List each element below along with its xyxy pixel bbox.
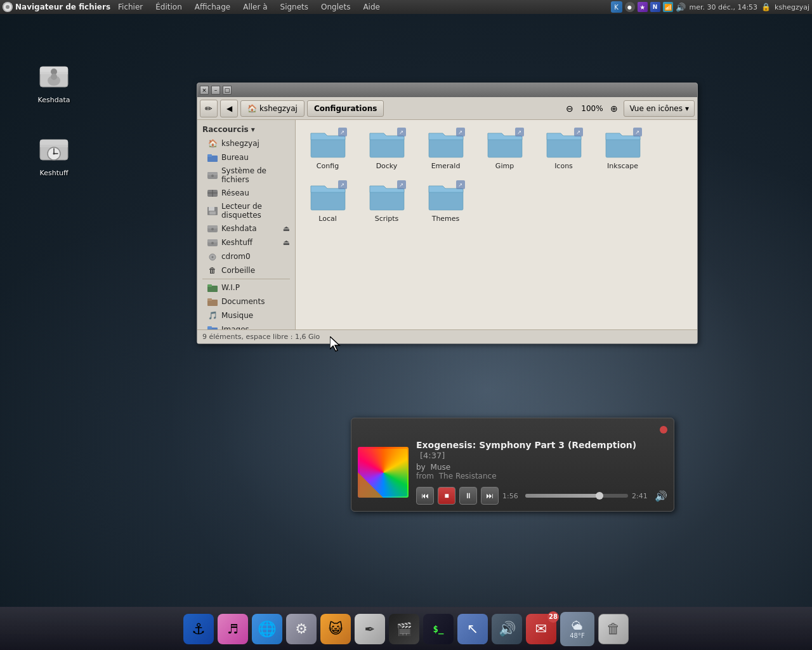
player-titlebar bbox=[358, 425, 667, 435]
volume-icon[interactable]: 🔊 bbox=[655, 490, 667, 502]
dock-item-trash[interactable]: 🗑 bbox=[598, 614, 629, 644]
progress-thumb[interactable] bbox=[596, 492, 603, 500]
dock-item-anchor[interactable]: ⚓ bbox=[183, 614, 214, 644]
menu-aller-a[interactable]: Aller à bbox=[240, 1, 270, 13]
zoom-controls: ⊖ 100% ⊕ bbox=[563, 102, 621, 116]
tray-icon-volume[interactable]: 🔊 bbox=[676, 2, 686, 12]
svg-point-14 bbox=[53, 153, 55, 155]
sidebar-section-label: Raccourcis ▾ bbox=[202, 125, 255, 134]
file-item-docky[interactable]: ↗ Docky bbox=[360, 125, 414, 173]
eject-icon[interactable]: ⏏ bbox=[283, 224, 290, 233]
taskbar: ⚓ ♬ 🌐 ⚙ 😺 ✒ 🎬 $_ ↖ bbox=[0, 607, 812, 650]
lock-icon: 🔒 bbox=[761, 3, 771, 11]
home-icon: 🏠 bbox=[207, 138, 218, 149]
trash-dock-icon: 🗑 bbox=[598, 614, 629, 644]
sidebar-item-home[interactable]: 🏠 kshegzyaj bbox=[197, 136, 295, 150]
sidebar-item-corbeille[interactable]: 🗑 Corbeille bbox=[197, 263, 295, 277]
sidebar-item-cdrom[interactable]: cdrom0 bbox=[197, 249, 295, 263]
status-text: 9 éléments, espace libre : 1,6 Gio bbox=[202, 333, 320, 341]
main-file-area: ↗ Config ↗ Docky bbox=[296, 120, 697, 329]
sidebar-item-reseau[interactable]: Réseau bbox=[197, 186, 295, 200]
file-item-emerald[interactable]: ↗ Emerald bbox=[419, 125, 473, 173]
terminal-icon: $_ bbox=[423, 614, 454, 644]
file-label-config: Config bbox=[317, 162, 339, 170]
progress-bar[interactable] bbox=[525, 494, 628, 498]
file-item-local[interactable]: ↗ Local bbox=[301, 178, 355, 225]
tray-icon-n[interactable]: N bbox=[650, 2, 660, 12]
location-bar: 🏠 kshegzyaj Configurations bbox=[240, 100, 560, 117]
tab-configurations-label: Configurations bbox=[314, 104, 377, 113]
sidebar-label-corbeille: Corbeille bbox=[221, 266, 255, 275]
artist-by-label: by bbox=[416, 463, 426, 472]
dock-item-cursor[interactable]: ↖ bbox=[457, 614, 488, 644]
back-button[interactable]: ◀ bbox=[220, 100, 238, 117]
menu-signets[interactable]: Signets bbox=[278, 1, 311, 13]
folder-icon-local: ↗ bbox=[309, 180, 347, 213]
dock-item-globe[interactable]: 🌐 bbox=[252, 614, 282, 644]
sidebar-item-keshdata[interactable]: Keshdata ⏏ bbox=[197, 222, 295, 235]
sidebar-label-keshtuff: Keshtuff bbox=[221, 238, 279, 247]
desktop-icon-keshtuff[interactable]: Keshtuff bbox=[29, 133, 79, 180]
sidebar-item-bureau[interactable]: Bureau bbox=[197, 150, 295, 164]
svg-point-28 bbox=[211, 228, 214, 230]
dock-item-face[interactable]: 😺 bbox=[320, 614, 351, 644]
window-minimize[interactable]: – bbox=[211, 86, 220, 95]
globe-icon: 🌐 bbox=[252, 614, 282, 644]
sidebar-section-raccourcis[interactable]: Raccourcis ▾ bbox=[197, 123, 295, 136]
stop-button[interactable]: ■ bbox=[438, 487, 455, 505]
dock-item-mail[interactable]: ✉ 28 bbox=[526, 614, 556, 644]
sidebar-item-musique[interactable]: 🎵 Musique bbox=[197, 308, 295, 322]
dock-item-weather[interactable]: 🌥 48°F bbox=[560, 612, 594, 646]
sidebar-label-keshdata: Keshdata bbox=[221, 224, 279, 233]
sidebar-item-systeme[interactable]: Système de fichiers bbox=[197, 164, 295, 186]
dock-item-terminal[interactable]: $_ bbox=[423, 614, 454, 644]
song-title-text: Exogenesis: Symphony Part 3 (Redemption) bbox=[416, 440, 636, 450]
file-item-icons[interactable]: ↗ Icons bbox=[537, 125, 591, 173]
eject-icon-2[interactable]: ⏏ bbox=[283, 238, 290, 247]
file-item-config[interactable]: ↗ Config bbox=[301, 125, 355, 173]
menu-aide[interactable]: Aide bbox=[360, 1, 383, 13]
sidebar: Raccourcis ▾ 🏠 kshegzyaj Bureau bbox=[197, 120, 296, 329]
view-selector[interactable]: Vue en icônes ▾ bbox=[624, 100, 695, 117]
file-item-themes[interactable]: ↗ Themes bbox=[419, 178, 473, 225]
sidebar-item-documents[interactable]: Documents bbox=[197, 295, 295, 308]
dock-item-film[interactable]: 🎬 bbox=[389, 614, 419, 644]
player-controls: ⏮ ■ ⏸ ⏭ 1:56 2:41 🔊 bbox=[416, 487, 667, 505]
sidebar-item-images[interactable]: Images bbox=[197, 322, 295, 329]
sidebar-item-keshtuff[interactable]: Keshtuff ⏏ bbox=[197, 235, 295, 249]
menu-onglets[interactable]: Onglets bbox=[318, 1, 353, 13]
tray-icon-2[interactable]: ● bbox=[625, 2, 635, 12]
zoom-out-button[interactable]: ⊖ bbox=[563, 102, 577, 116]
anchor-icon: ⚓ bbox=[183, 614, 214, 644]
tray-icon-1[interactable]: K bbox=[611, 1, 622, 13]
sidebar-item-wip[interactable]: W.I.P bbox=[197, 281, 295, 295]
dock-item-music[interactable]: ♬ bbox=[218, 614, 248, 644]
next-button[interactable]: ⏭ bbox=[481, 487, 499, 505]
player-close-button[interactable] bbox=[660, 426, 667, 434]
edit-button[interactable]: ✏ bbox=[200, 100, 218, 117]
kde-logo bbox=[3, 2, 13, 12]
desktop-icon-keshdata[interactable]: Keshdata bbox=[29, 60, 79, 107]
prev-button[interactable]: ⏮ bbox=[416, 487, 434, 505]
zoom-in-button[interactable]: ⊕ bbox=[607, 102, 621, 116]
file-item-inkscape[interactable]: ↗ Inkscape bbox=[596, 125, 650, 173]
file-item-gimp[interactable]: ↗ Gimp bbox=[478, 125, 532, 173]
sidebar-label-musique: Musique bbox=[221, 311, 253, 320]
menu-affichage[interactable]: Affichage bbox=[192, 1, 233, 13]
menu-edition[interactable]: Édition bbox=[153, 1, 185, 13]
dock-item-inkscape[interactable]: ✒ bbox=[355, 614, 385, 644]
pause-button[interactable]: ⏸ bbox=[459, 487, 477, 505]
file-item-scripts[interactable]: ↗ Scripts bbox=[360, 178, 414, 225]
window-maximize[interactable]: □ bbox=[223, 86, 232, 95]
dock-item-gear[interactable]: ⚙ bbox=[286, 614, 317, 644]
tray-icon-star[interactable]: ★ bbox=[638, 2, 648, 12]
player-info: Exogenesis: Symphony Part 3 (Redemption)… bbox=[416, 440, 667, 505]
menu-fichier[interactable]: Fichier bbox=[115, 1, 145, 13]
tray-icon-wifi[interactable]: 📶 bbox=[663, 2, 673, 12]
tab-configurations[interactable]: Configurations bbox=[307, 100, 384, 117]
location-home[interactable]: 🏠 kshegzyaj bbox=[240, 100, 304, 117]
dock-item-audio[interactable]: 🔊 bbox=[492, 614, 522, 644]
window-close[interactable]: × bbox=[200, 86, 209, 95]
sidebar-item-lecteur[interactable]: Lecteur de disquettes bbox=[197, 200, 295, 222]
cursor-icon: ↖ bbox=[457, 614, 488, 644]
